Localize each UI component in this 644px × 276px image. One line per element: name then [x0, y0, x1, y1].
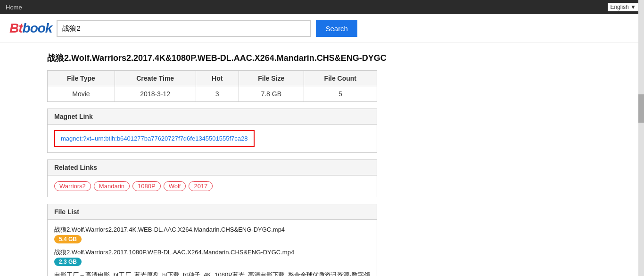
header: Btbook Search: [0, 14, 644, 43]
lang-selector[interactable]: English ▼: [608, 3, 638, 11]
info-table: File Type Create Time Hot File Size File…: [47, 70, 377, 102]
file-name: 战狼2.Wolf.Warriors2.2017.1080P.WEB-DL.AAC…: [54, 248, 370, 257]
file-name: 战狼2.Wolf.Warriors2.2017.4K.WEB-DL.AAC.X2…: [54, 226, 370, 234]
col-file-type: File Type: [48, 71, 115, 86]
logo-accent: book: [23, 21, 52, 35]
file-item: 战狼2.Wolf.Warriors2.2017.4K.WEB-DL.AAC.X2…: [54, 226, 370, 243]
table-row: Movie 2018-3-12 3 7.8 GB 5: [48, 86, 377, 102]
col-file-size: File Size: [239, 71, 304, 86]
files-section: File List 战狼2.Wolf.Warriors2.2017.4K.WEB…: [47, 204, 377, 276]
magnet-section-body: magnet:?xt=urn:btih:b6401277ba77620727f7…: [48, 125, 377, 152]
files-section-header: File List: [48, 204, 377, 220]
cell-file-size: 7.8 GB: [239, 86, 304, 102]
related-section: Related Links Warriors2Mandarin1080PWolf…: [47, 159, 377, 197]
cell-create-time: 2018-3-12: [115, 86, 196, 102]
logo-main: Bt: [9, 21, 23, 35]
magnet-section: Magnet Link magnet:?xt=urn:btih:b6401277…: [47, 109, 377, 153]
result-title: 战狼2.Wolf.Warriors2.2017.4K&1080P.WEB-DL.…: [47, 52, 597, 64]
col-file-count: File Count: [304, 71, 377, 86]
logo: Btbook: [9, 21, 52, 36]
col-create-time: Create Time: [115, 71, 196, 86]
col-hot: Hot: [196, 71, 239, 86]
cell-hot: 3: [196, 86, 239, 102]
related-tag[interactable]: Mandarin: [94, 181, 130, 191]
file-name: 电影工厂 – 高清电影_bt工厂_蓝光原盘_bt下载_bt种子_4K_1080P…: [54, 271, 370, 276]
scrollbar-thumb[interactable]: [638, 94, 644, 123]
magnet-link[interactable]: magnet:?xt=urn:btih:b6401277ba77620727f7…: [54, 130, 255, 147]
scrollbar[interactable]: [638, 0, 644, 276]
home-link[interactable]: Home: [6, 4, 22, 11]
topbar: Home English ▼: [0, 0, 644, 14]
related-tag[interactable]: Warriors2: [54, 181, 91, 191]
related-tag[interactable]: 1080P: [132, 181, 161, 191]
file-size-badge: 5.4 GB: [54, 235, 82, 243]
file-item: 电影工厂 – 高清电影_bt工厂_蓝光原盘_bt下载_bt种子_4K_1080P…: [54, 271, 370, 276]
search-input[interactable]: [57, 20, 311, 37]
magnet-section-header: Magnet Link: [48, 109, 377, 125]
related-tags-body: Warriors2Mandarin1080PWolf2017: [48, 176, 377, 197]
main-content: 战狼2.Wolf.Warriors2.2017.4K&1080P.WEB-DL.…: [0, 43, 644, 276]
cell-file-type: Movie: [48, 86, 115, 102]
file-size-badge: 2.3 GB: [54, 258, 82, 266]
file-item: 战狼2.Wolf.Warriors2.2017.1080P.WEB-DL.AAC…: [54, 248, 370, 266]
search-button[interactable]: Search: [316, 20, 357, 37]
files-section-body: 战狼2.Wolf.Warriors2.2017.4K.WEB-DL.AAC.X2…: [48, 220, 377, 276]
related-section-header: Related Links: [48, 160, 377, 176]
related-tag[interactable]: Wolf: [164, 181, 186, 191]
cell-file-count: 5: [304, 86, 377, 102]
related-tag[interactable]: 2017: [189, 181, 213, 191]
